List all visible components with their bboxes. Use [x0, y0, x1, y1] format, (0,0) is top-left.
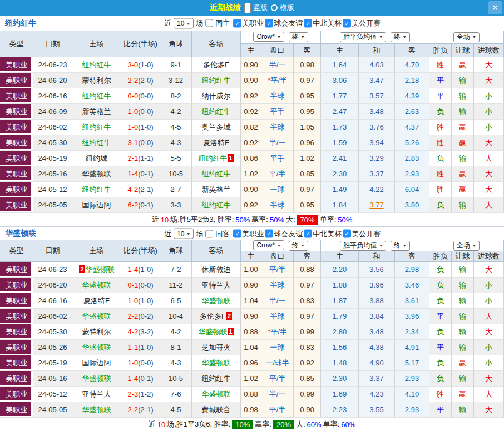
odds-controls: Crow*▼ 终▼	[241, 31, 321, 44]
league-filter-option[interactable]: ✓中北美杯	[304, 229, 342, 239]
bookmaker-select[interactable]: Crow*▼	[253, 32, 284, 42]
radio-selected-icon[interactable]	[244, 3, 251, 13]
full-match-select[interactable]: 全场▼	[453, 241, 480, 251]
team-name: 多伦多F	[203, 61, 229, 69]
league-filter-option[interactable]: ✓美公开赛	[343, 229, 381, 239]
bookmaker-select[interactable]: Crow*▼	[253, 240, 284, 250]
match-count-select[interactable]: 10 ▼	[174, 229, 194, 239]
team-name: 华盛顿联	[82, 312, 111, 320]
summary-segment: 10	[157, 420, 165, 429]
handicap-home-odds-cell: 0.90	[241, 309, 261, 324]
checked-checkbox-icon[interactable]: ✓	[304, 230, 312, 238]
away-team-cell: 华盛顿联	[192, 293, 241, 309]
col-score: 比分(半场)	[121, 31, 160, 57]
full-match-select[interactable]: 全场▼	[453, 32, 480, 42]
same-venue-checkbox[interactable]	[205, 230, 213, 237]
checked-checkbox-icon[interactable]: ✓	[343, 19, 351, 27]
match-count-select[interactable]: 10 ▼	[174, 18, 194, 28]
avg-away-odds-cell: 3.61	[395, 293, 429, 309]
handicap-home-odds-cell: 1.04	[241, 340, 261, 355]
score-cell: 6-2(0-1)	[121, 197, 160, 213]
team-name: 多伦多F	[200, 312, 226, 320]
team-name: 纽约红牛	[202, 201, 231, 209]
league-filter-option[interactable]: ✓球会友谊	[265, 18, 303, 28]
avg-away-odds-cell: 4.70	[395, 57, 429, 73]
handicap-line-cell: 平/半	[261, 402, 294, 418]
league-type-cell: 美职业	[0, 197, 33, 213]
date-cell: 24-05-19	[33, 151, 72, 166]
avg-draw-odds-cell: 3.84	[359, 309, 395, 324]
corner-cell: 7-6	[160, 387, 192, 402]
corner-cell: 4-3	[160, 135, 192, 151]
match-row: 美职业24-06-23纽约红牛3-0(1-0)9-1多伦多F0.90半/一0.9…	[0, 57, 504, 73]
layout-horizontal-option[interactable]: 横版	[271, 3, 294, 13]
result-cell: 负	[429, 355, 452, 371]
team-name: 芝加哥火	[202, 343, 231, 351]
checked-checkbox-icon[interactable]: ✓	[304, 19, 312, 27]
halftime-score: (1-0)	[138, 343, 153, 351]
fulltime-score: 4-2	[127, 328, 138, 336]
col-crow-away: 客	[294, 44, 321, 57]
match-row: 美职业24-05-12亚特兰大2-3(1-2)7-6华盛顿联0.88半/一0.9…	[0, 387, 504, 402]
live-odds-star-icon: *	[268, 328, 270, 336]
league-filter-option[interactable]: ✓中北美杯	[304, 18, 342, 28]
select-value: 终	[292, 241, 299, 250]
avg-odds-select[interactable]: 胜平负均值▼	[340, 241, 386, 251]
same-venue-checkbox[interactable]	[205, 19, 213, 27]
goals-result-cell: 小	[474, 278, 504, 293]
home-team-cell: 华盛顿联	[72, 340, 121, 355]
checked-checkbox-icon[interactable]: ✓	[233, 230, 241, 238]
fulltime-score: 2-3	[127, 390, 138, 398]
league-type-cell: 美职业	[0, 151, 33, 166]
match-row: 美职业24-06-16夏洛特F1-0(1-0)6-5华盛顿联1.04半/一0.8…	[0, 293, 504, 309]
avg-home-odds-cell: 1.69	[321, 387, 359, 402]
col-result: 胜负	[429, 44, 452, 57]
league-type-cell: 美职业	[0, 371, 33, 387]
handicap-line-cell: *平/半	[261, 324, 294, 340]
final-odds-select[interactable]: 终▼	[289, 32, 308, 42]
final-avg-select[interactable]: 终▼	[391, 32, 410, 42]
league-filter-option[interactable]: ✓美职业	[233, 18, 264, 28]
team-name: 纽约红牛	[202, 76, 231, 85]
final-avg-select[interactable]: 终▼	[391, 241, 410, 251]
popup-title: 近期战绩	[210, 3, 241, 13]
layout-vertical-option[interactable]: 竖版	[244, 3, 268, 13]
col-goals: 进球数	[474, 44, 504, 57]
team-name: 纽约红牛	[82, 92, 111, 100]
avg-draw-odds-cell: 4.38	[359, 340, 395, 355]
checked-checkbox-icon[interactable]: ✓	[233, 19, 241, 27]
away-team-cell: 纳什威尔	[192, 88, 241, 104]
checked-checkbox-icon[interactable]: ✓	[265, 230, 273, 238]
team-name: 华盛顿联	[82, 405, 111, 414]
home-team-cell: 2华盛顿联	[72, 262, 121, 278]
radio-unselected-icon[interactable]	[271, 4, 278, 11]
fulltime-score: 6-2	[127, 201, 138, 209]
avg-odds-select[interactable]: 胜平负均值▼	[340, 32, 386, 42]
handicap-home-odds-cell: 0.82	[241, 120, 261, 135]
final-odds-select[interactable]: 终▼	[289, 241, 308, 251]
corner-cell: 4-3	[160, 355, 192, 371]
league-type-cell: 美职业	[0, 135, 33, 151]
checked-checkbox-icon[interactable]: ✓	[343, 230, 351, 238]
halftime-score: (1-2)	[138, 390, 153, 398]
corner-cell: 4-5	[160, 120, 192, 135]
league-filter-option[interactable]: ✓球会友谊	[265, 229, 303, 239]
same-venue-label: 同客	[215, 229, 230, 239]
summary-segment: 10	[161, 216, 169, 224]
team-name-link[interactable]: 华盛顿联	[5, 229, 36, 239]
handicap-home-odds-cell: 0.90	[241, 73, 261, 88]
team-name-link[interactable]: 纽约红牛	[5, 18, 36, 28]
checked-checkbox-icon[interactable]: ✓	[265, 19, 273, 27]
handicap-home-odds-cell: 1.02	[241, 371, 261, 387]
close-button[interactable]: ✕	[488, 1, 502, 14]
chevron-down-icon: ▼	[186, 21, 190, 25]
handicap-away-odds-cell: 0.83	[294, 293, 321, 309]
handicap-away-odds-cell: 1.05	[294, 120, 321, 135]
handicap-away-odds-cell: 0.98	[294, 57, 321, 73]
titlebar: 近期战绩 竖版 横版 ✕	[0, 0, 504, 16]
fulltime-score: 0-0	[127, 92, 138, 100]
league-label: 球会友谊	[274, 229, 303, 239]
select-value: 全场	[457, 32, 470, 42]
league-filter-option[interactable]: ✓美公开赛	[343, 18, 381, 28]
league-filter-option[interactable]: ✓美职业	[233, 229, 264, 239]
